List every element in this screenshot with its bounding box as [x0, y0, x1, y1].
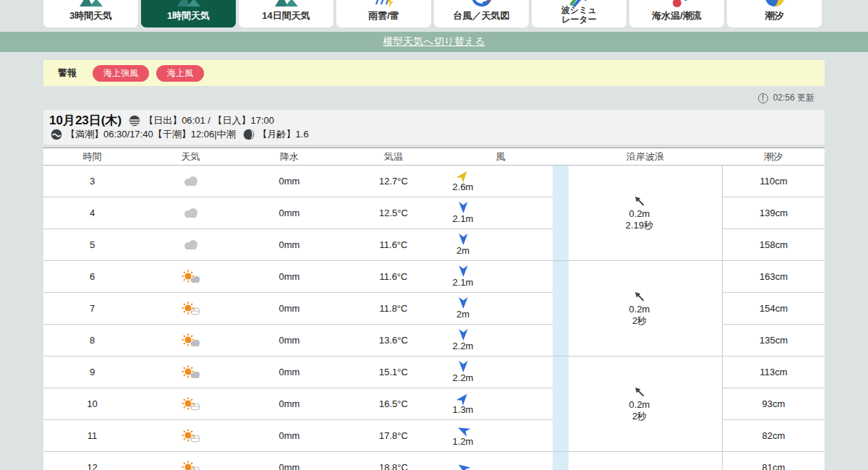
tide-value: 82cm	[723, 420, 825, 452]
cloudy-icon	[181, 174, 201, 189]
precip-value: 0mm	[240, 335, 339, 346]
wind-speed: 2.1m	[453, 214, 474, 224]
tab-3時間天気[interactable]: 3時間天気	[43, 0, 138, 27]
col-header-wind: 風	[448, 150, 553, 163]
tide-value: 81cm	[723, 452, 825, 470]
warning-badge-海上風[interactable]: 海上風	[156, 65, 204, 82]
coastal-wave-column: 0.2m 2.19秒 0.2m 2秒 0.2m 2秒	[569, 166, 722, 470]
warning-badge-海上強風[interactable]: 海上強風	[93, 65, 149, 82]
hourly-row: 11 0mm 17.8°C 1.2m	[43, 420, 553, 452]
weather-cell	[141, 397, 240, 411]
wind-cell: 2m	[448, 233, 553, 256]
temp-value: 12.7°C	[339, 176, 448, 187]
hour-label: 4	[43, 208, 141, 218]
mountain-sun-weather-icon	[78, 0, 104, 9]
hourly-row: 4 0mm 12.5°C 2.1m	[43, 197, 553, 229]
sun-and-white-cloud-icon	[181, 461, 201, 470]
sun-and-gray-cloud-icon	[181, 365, 201, 380]
tab-波シミュ[interactable]: 波シミュレーター	[532, 0, 626, 27]
weather-cell	[141, 461, 240, 470]
temp-value: 11.6°C	[339, 239, 448, 250]
tab-雨雲-雷[interactable]: 雨雲/雷	[336, 0, 431, 27]
sunrise-sunset-times: 【日出】06:01 / 【日入】17:00	[144, 114, 274, 127]
wind-cell: 2.1m	[448, 265, 553, 288]
weather-cell	[141, 238, 240, 252]
sun-and-gray-cloud-icon	[181, 333, 201, 348]
tab-1時間天気[interactable]: 1時間天気	[141, 0, 236, 27]
weather-cell	[141, 365, 240, 380]
wind-direction-arrow-icon	[457, 265, 469, 278]
strip-segment	[553, 452, 569, 470]
tab-潮汐[interactable]: 潮汐	[727, 0, 822, 27]
col-header-weather: 天気	[141, 150, 240, 163]
wind-cell: 1.3m	[448, 392, 553, 415]
wave-direction-arrow-icon	[633, 195, 647, 208]
table-header-row: 時間 天気 降水 気温 風 沿岸波浪 潮汐	[43, 148, 825, 166]
hour-label: 6	[43, 271, 141, 282]
wind-speed: 2.1m	[453, 278, 474, 288]
precip-value: 0mm	[240, 367, 339, 377]
sunrise-icon	[129, 115, 140, 127]
warning-bar: 警報 海上強風海上風	[43, 60, 825, 86]
hour-label: 3	[43, 176, 141, 187]
moon-phase-icon	[243, 129, 255, 140]
hour-label: 11	[43, 430, 141, 441]
temp-value: 13.6°C	[339, 335, 448, 346]
hourly-row: 9 0mm 15.1°C 2.2m	[43, 356, 553, 388]
precip-value: 0mm	[240, 303, 339, 314]
wind-direction-arrow-icon	[457, 296, 469, 309]
mountain-sun-weather-icon	[176, 0, 202, 9]
tab-14日間天気[interactable]: 14日間天気	[239, 0, 333, 27]
weather-cell	[141, 270, 240, 284]
info-icon: !	[758, 93, 768, 103]
hourly-row: 3 0mm 12.7°C 2.6m	[43, 166, 553, 197]
current-time-strip	[553, 166, 569, 470]
wind-cell: 2.6m	[448, 169, 553, 192]
date-header: 10月23日(木) 【日出】06:01 / 【日入】17:00 【満潮】06:3…	[43, 110, 825, 145]
coastal-wave-cell: 0.2m 2秒	[569, 261, 722, 356]
temp-value: 17.8°C	[339, 430, 448, 441]
mountain-sun-weather-icon	[273, 0, 299, 9]
hour-label: 12	[43, 462, 141, 470]
weather-cell	[141, 206, 240, 221]
date-label: 10月23日(木)	[49, 112, 122, 129]
precip-value: 0mm	[240, 398, 339, 409]
hourly-row: 7 0mm 11.8°C 2m	[43, 293, 553, 325]
cloudy-icon	[181, 238, 201, 252]
precip-value: 0mm	[240, 176, 339, 187]
wind-speed: 2m	[456, 246, 469, 256]
sun-and-white-cloud-icon	[181, 302, 201, 316]
strip-segment	[553, 166, 569, 261]
weather-tab-bar: 3時間天気 1時間天気	[43, 0, 825, 27]
hourly-row: 12 0mm 18.8°C	[43, 452, 553, 470]
wave-height: 0.2m	[629, 304, 650, 315]
warning-title: 警報	[58, 67, 77, 80]
wind-speed: 2m	[456, 309, 469, 320]
strip-segment	[553, 356, 569, 452]
temp-value: 12.5°C	[339, 208, 448, 218]
hourly-row: 8 0mm 13.6°C 2.2m	[43, 325, 553, 356]
weather-cell	[141, 333, 240, 348]
tab-海水温-潮流[interactable]: 海水温/潮流	[629, 0, 724, 27]
rain-lightning-icon	[371, 0, 397, 9]
tab-台風-天気図[interactable]: 台風／天気図	[434, 0, 529, 27]
hourly-row: 10 0mm 16.5°C 1.3m	[43, 388, 553, 420]
hour-label: 10	[43, 398, 141, 409]
precip-value: 0mm	[240, 239, 339, 250]
wind-cell: 1.2m	[448, 424, 553, 447]
temp-value: 11.6°C	[339, 271, 448, 282]
wind-cell: 2.2m	[448, 360, 553, 383]
warning-badges: 海上強風海上風	[93, 65, 211, 82]
wind-direction-arrow-icon	[457, 328, 469, 341]
col-header-wave: 沿岸波浪	[569, 150, 722, 163]
precip-value: 0mm	[240, 430, 339, 441]
switch-horizontal-weather-link[interactable]: 横型天気へ切り替える	[383, 35, 485, 48]
moon-age: 【月齢】1.6	[258, 128, 309, 141]
coastal-wave-cell	[569, 452, 722, 470]
sun-and-gray-cloud-icon	[181, 270, 201, 284]
tide-wave-icon	[51, 129, 62, 140]
precip-value: 0mm	[240, 462, 339, 470]
typhoon-icon	[469, 0, 495, 9]
col-header-temp: 気温	[339, 150, 448, 163]
wave-direction-arrow-icon	[633, 290, 647, 304]
